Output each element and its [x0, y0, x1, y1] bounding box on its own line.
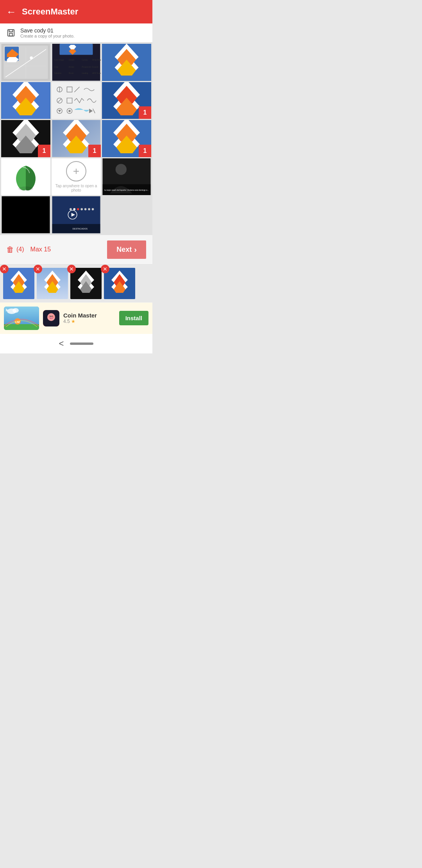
remove-button-1[interactable]: ✕ — [0, 265, 9, 273]
selected-strip: ✕ ✕ — [0, 265, 152, 302]
remove-button-2[interactable]: ✕ — [34, 265, 42, 273]
app-title: ScreenMaster — [22, 7, 78, 17]
grid-cell-sm-dkblue[interactable]: 1 — [102, 82, 151, 119]
grid-cell-add-photo[interactable]: + Tap anywhere to open a photo — [52, 158, 101, 195]
svg-text:DESTACADOS: DESTACADOS — [73, 228, 88, 230]
svg-point-68 — [18, 186, 33, 190]
svg-point-117 — [50, 316, 51, 317]
ad-rating: 4.5 ★ — [63, 319, 115, 324]
svg-point-80 — [88, 208, 90, 210]
nav-back-button[interactable]: < — [59, 339, 64, 349]
add-circle-icon: + — [66, 161, 86, 181]
svg-text:HDR Scape: HDR Scape — [92, 72, 101, 74]
svg-text:White Balance: White Balance — [92, 59, 101, 61]
grid-cell-curve[interactable] — [1, 44, 50, 81]
svg-rect-109 — [4, 324, 39, 330]
grid-cell-leaf[interactable] — [1, 158, 50, 195]
svg-point-108 — [13, 308, 19, 313]
svg-text:Brush: Brush — [69, 72, 74, 74]
svg-text:Expand: Expand — [92, 66, 98, 68]
back-button[interactable]: ← — [6, 6, 16, 18]
remove-button-4[interactable]: ✕ — [101, 265, 109, 273]
save-bar: Save cody 01 Create a copy of your photo… — [0, 23, 152, 43]
next-chevron-icon: › — [134, 245, 137, 254]
svg-text:Curves: Curves — [82, 59, 88, 61]
next-button[interactable]: Next › — [107, 240, 146, 259]
svg-point-8 — [30, 56, 33, 59]
svg-text:Rotate: Rotate — [69, 66, 74, 68]
save-icon — [5, 27, 16, 38]
nav-home-pill[interactable] — [70, 343, 93, 345]
svg-point-120 — [50, 318, 51, 319]
grid-cell-sm-black[interactable]: 1 — [1, 120, 50, 157]
save-subtitle: Create a copy of your photo. — [20, 34, 75, 38]
ad-game-title: Coin Master — [63, 312, 115, 319]
svg-text:Perspective: Perspective — [82, 66, 91, 68]
install-button[interactable]: Install — [119, 311, 148, 325]
save-title: Save cody 01 — [20, 27, 75, 34]
selected-thumb-3[interactable]: ✕ — [70, 268, 102, 299]
grid-cell-sm-blue-top[interactable] — [102, 44, 151, 81]
selected-thumb-4[interactable]: ✕ — [104, 268, 135, 299]
add-label: Tap anywhere to open a photo — [52, 184, 101, 192]
remove-button-3[interactable]: ✕ — [67, 265, 76, 273]
trash-icon: 🗑 — [6, 245, 14, 254]
ad-game-image: CM — [4, 307, 39, 330]
badge-2: 1 — [38, 145, 50, 157]
grid-cell-sm-orangeblue[interactable]: 1 — [102, 120, 151, 157]
badge-1: 1 — [139, 106, 151, 119]
trash-count: (4) — [16, 246, 24, 253]
svg-point-45 — [68, 109, 71, 112]
selected-thumb-2[interactable]: ✕ — [37, 268, 68, 299]
svg-point-118 — [52, 316, 53, 317]
svg-point-81 — [92, 208, 94, 210]
svg-point-78 — [80, 208, 83, 210]
svg-point-121 — [52, 318, 52, 319]
svg-point-79 — [84, 208, 87, 210]
svg-rect-73 — [2, 196, 50, 233]
svg-text:la mejor coach de España! | Es: la mejor coach de España! | Estreno este… — [104, 189, 149, 191]
ad-banner: CM Coin Master 4.5 ★ Install — [0, 302, 152, 334]
badge-3: 1 — [88, 145, 101, 157]
photo-grid: Tune Image Details Curves White Balance … — [0, 43, 152, 235]
badge-4: 1 — [139, 145, 151, 157]
grid-cell-tools[interactable]: Tune Image Details Curves White Balance … — [52, 44, 101, 81]
svg-text:Selective: Selective — [54, 72, 62, 74]
svg-point-76 — [73, 208, 75, 210]
max-label: Max 15 — [30, 246, 51, 253]
action-bar: 🗑 (4) Max 15 Next › — [0, 235, 152, 265]
next-label: Next — [116, 246, 132, 254]
grid-cell-sm-blue2[interactable] — [1, 82, 50, 119]
ad-info: Coin Master 4.5 ★ — [63, 312, 115, 324]
ad-rating-value: 4.5 — [63, 319, 70, 324]
grid-cell-video2[interactable] — [1, 196, 50, 233]
grid-cell-sm-tools[interactable] — [52, 82, 101, 119]
trash-area: 🗑 (4) Max 15 — [6, 245, 51, 254]
ad-app-icon — [43, 310, 59, 326]
grid-cell-video1[interactable]: la mejor coach de España! | Estreno este… — [102, 158, 151, 195]
svg-point-77 — [77, 208, 79, 210]
star-icon: ★ — [71, 319, 75, 324]
svg-point-70 — [116, 164, 127, 175]
svg-rect-12 — [59, 44, 93, 55]
svg-text:Crop: Crop — [54, 66, 58, 68]
grid-cell-video3[interactable]: DESTACADOS — [52, 196, 101, 233]
header: ← ScreenMaster — [0, 0, 152, 23]
svg-text:Healing: Healing — [82, 72, 88, 74]
svg-text:Details: Details — [69, 59, 75, 61]
svg-text:Tune Image: Tune Image — [54, 59, 64, 61]
selected-thumb-1[interactable]: ✕ — [3, 268, 34, 299]
nav-bar: < — [0, 334, 152, 353]
svg-rect-1 — [9, 33, 12, 36]
svg-point-75 — [70, 208, 72, 210]
save-bar-text: Save cody 01 Create a copy of your photo… — [20, 27, 75, 38]
grid-cell-sm-grayblue[interactable]: 1 — [52, 120, 101, 157]
